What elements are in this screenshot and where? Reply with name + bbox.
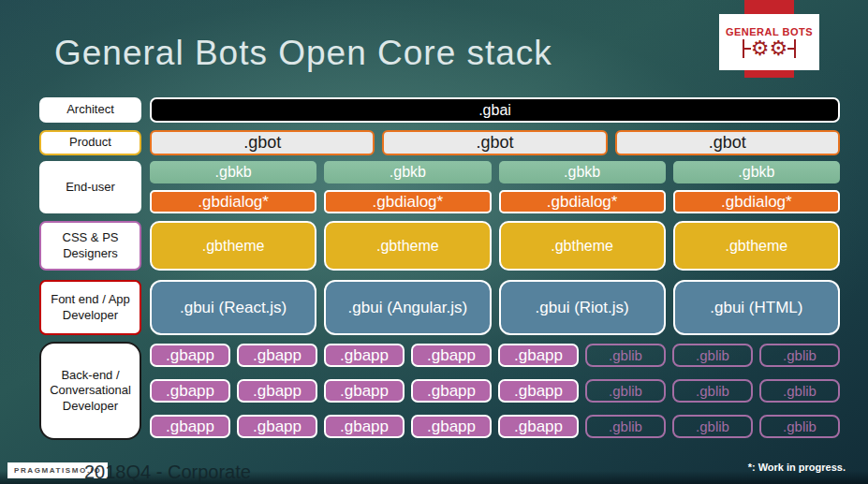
gbdialog-box: .gbdialog* xyxy=(673,190,840,213)
gbapp-box: .gbapp xyxy=(411,415,492,438)
gbkb-row: .gbkb.gbkb.gbkb.gbkb xyxy=(150,161,840,183)
gbapp-gblib-row-1: .gbapp.gbapp.gbapp.gbapp.gbapp.gblib.gbl… xyxy=(150,344,840,367)
gbtheme-box: .gbtheme xyxy=(324,221,491,271)
row-label-end-user: End-user xyxy=(39,161,141,213)
gbtheme-box: .gbtheme xyxy=(150,221,316,271)
gbui-box: .gbui (Angular.js) xyxy=(324,280,491,335)
gbapp-box: .gbapp xyxy=(237,344,317,367)
gbtheme-box: .gbtheme xyxy=(499,221,666,271)
row-label-frontend-developer: Font end / App Developer xyxy=(39,280,141,335)
gblib-box: .gblib xyxy=(585,415,666,438)
logo-brand-text: GENERAL BOTS xyxy=(726,26,813,37)
gear-line-icon xyxy=(744,48,751,50)
gbdialog-box: .gbdialog* xyxy=(499,190,666,213)
slide: General Bots Open Core stack GENERAL BOT… xyxy=(0,0,868,484)
gbkb-box: .gbkb xyxy=(324,161,491,183)
gears-icon: ⚙⚙ xyxy=(743,38,796,59)
gbapp-box: .gbapp xyxy=(324,379,405,403)
general-bots-logo: GENERAL BOTS ⚙⚙ xyxy=(719,14,819,70)
gbai-box: .gbai xyxy=(150,97,840,123)
gbot-box: .gbot xyxy=(382,130,607,155)
gblib-box: .gblib xyxy=(759,344,840,367)
gbtheme-box: .gbtheme xyxy=(673,221,840,271)
gblib-box: .gblib xyxy=(585,344,666,367)
gblib-box: .gblib xyxy=(585,379,666,403)
gbai-row: .gbai xyxy=(150,97,840,123)
gbapp-box: .gbapp xyxy=(237,415,317,438)
gbapp-box: .gbapp xyxy=(411,379,492,403)
gbot-box: .gbot xyxy=(615,130,840,155)
gear-line-icon xyxy=(787,48,794,50)
gblib-box: .gblib xyxy=(672,415,753,438)
gbdialog-box: .gbdialog* xyxy=(150,190,316,213)
footer-caption: 2018Q4 - Corporate xyxy=(84,462,251,483)
work-in-progress-note: *: Work in progress. xyxy=(748,462,846,473)
gbapp-box: .gbapp xyxy=(150,379,230,403)
gbdialog-row: .gbdialog*.gbdialog*.gbdialog*.gbdialog* xyxy=(150,190,840,213)
gbapp-gblib-row-3: .gbapp.gbapp.gbapp.gbapp.gbapp.gblib.gbl… xyxy=(150,415,840,438)
row-label-designers: CSS & PS Designers xyxy=(39,221,141,271)
gbui-row: .gbui (React.js).gbui (Angular.js).gbui … xyxy=(150,280,840,335)
gbui-box: .gbui (HTML) xyxy=(673,280,840,335)
gbapp-gblib-row-2: .gbapp.gbapp.gbapp.gbapp.gbapp.gblib.gbl… xyxy=(150,379,840,403)
gbapp-box: .gbapp xyxy=(324,344,405,367)
gbapp-box: .gbapp xyxy=(498,344,579,367)
row-label-architect: Architect xyxy=(39,97,141,123)
gbkb-box: .gbkb xyxy=(673,161,840,183)
gear-bar-icon xyxy=(794,39,796,58)
gear-glyphs-icon: ⚙⚙ xyxy=(751,38,787,59)
gblib-box: .gblib xyxy=(759,415,840,438)
gbapp-box: .gbapp xyxy=(324,415,405,438)
gbui-box: .gbui (React.js) xyxy=(150,280,316,335)
gblib-box: .gblib xyxy=(759,379,840,403)
gbapp-box: .gbapp xyxy=(150,415,230,438)
gbapp-box: .gbapp xyxy=(498,415,579,438)
gbapp-box: .gbapp xyxy=(411,344,492,367)
page-title: General Bots Open Core stack xyxy=(54,34,552,73)
gbtheme-row: .gbtheme.gbtheme.gbtheme.gbtheme xyxy=(150,221,840,271)
gbapp-box: .gbapp xyxy=(237,379,317,403)
row-label-product: Product xyxy=(39,130,141,155)
gbkb-box: .gbkb xyxy=(150,161,316,183)
gbui-box: .gbui (Riot.js) xyxy=(499,280,666,335)
row-label-backend-developer: Back-end / Conversational Developer xyxy=(39,342,141,440)
gbot-row: .gbot.gbot.gbot xyxy=(150,130,840,155)
gblib-box: .gblib xyxy=(672,344,753,367)
gbkb-box: .gbkb xyxy=(499,161,666,183)
gbdialog-box: .gbdialog* xyxy=(324,190,491,213)
gblib-box: .gblib xyxy=(672,379,753,403)
gbapp-box: .gbapp xyxy=(150,344,230,367)
gbapp-box: .gbapp xyxy=(498,379,579,403)
gbot-box: .gbot xyxy=(150,130,375,155)
